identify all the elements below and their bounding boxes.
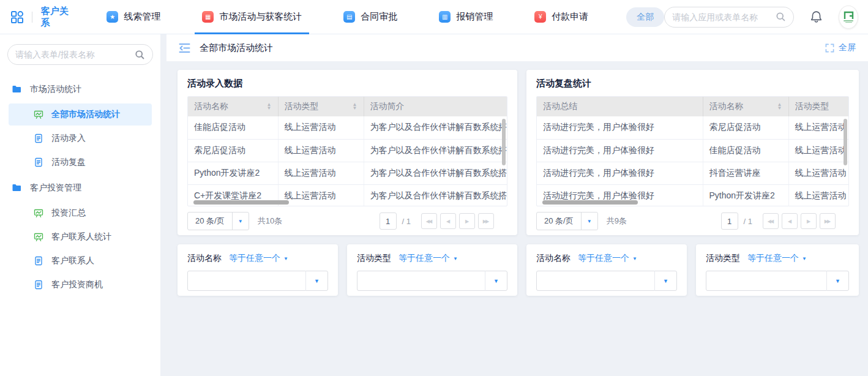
prev-page-icon: ◀: [788, 219, 791, 224]
app-search-input[interactable]: [672, 12, 776, 22]
horizontal-scrollbar[interactable]: [189, 200, 506, 205]
apps-grid-icon[interactable]: [10, 9, 24, 25]
app-tab[interactable]: ▦市场活动与获客统计: [195, 0, 309, 34]
vertical-scrollbar[interactable]: [844, 119, 847, 203]
column-header[interactable]: 活动名称▲▼: [188, 97, 278, 116]
table-row[interactable]: Python开发讲座2线上运营活动为客户以及合作伙伴讲解百数系统搭建: [188, 162, 507, 184]
column-header[interactable]: 活动类型▲▼: [278, 97, 364, 116]
fullscreen-button[interactable]: 全屏: [825, 42, 856, 53]
folder-icon: [12, 183, 21, 193]
sort-icon[interactable]: ▲▼: [353, 103, 357, 110]
table-row[interactable]: 活动进行完美，用户体验很好索尼店促活动线上运营活动: [537, 116, 849, 139]
sidebar-group-header[interactable]: 客户投资管理: [0, 176, 160, 200]
sidebar-item[interactable]: 客户联系人: [9, 250, 152, 272]
prev-page-button[interactable]: ◀: [782, 213, 798, 229]
app-tab[interactable]: ★线索管理: [99, 0, 168, 34]
table-cell: 为客户以及合作伙伴讲解百数系统搭建: [364, 116, 507, 139]
next-page-icon: ▶: [807, 219, 810, 224]
next-page-button[interactable]: ▶: [459, 213, 475, 229]
sidebar-item[interactable]: 活动复盘: [9, 151, 152, 173]
sidebar-item[interactable]: 客户联系人统计: [9, 226, 152, 248]
app-tab[interactable]: ▤合同审批: [336, 0, 405, 34]
table-row[interactable]: 佳能店促活动线上运营活动为客户以及合作伙伴讲解百数系统搭建: [188, 116, 507, 139]
sidebar-item[interactable]: 全部市场活动统计: [9, 103, 152, 126]
column-header-label: 活动类型: [795, 101, 829, 112]
next-page-button[interactable]: ▶: [801, 213, 817, 229]
column-header-label: 活动名称: [194, 101, 228, 112]
notification-bell-icon[interactable]: [810, 10, 823, 23]
page-size-select[interactable]: 20 条/页▼: [187, 212, 249, 230]
page-size-select[interactable]: 20 条/页▼: [536, 212, 598, 230]
filter-field-label: 活动名称: [187, 253, 222, 264]
filter-operator-button[interactable]: 等于任意一个▼: [747, 253, 807, 264]
filter-operator-button[interactable]: 等于任意一个▼: [578, 253, 637, 264]
chevron-down-icon: ▼: [826, 271, 848, 291]
first-page-button[interactable]: ◀◀: [421, 213, 437, 229]
filter-value-select[interactable]: ▼: [536, 271, 677, 291]
form-search-input[interactable]: [15, 50, 135, 59]
first-page-button[interactable]: ◀◀: [763, 213, 779, 229]
app-tab-icon: ¥: [534, 11, 546, 23]
table-cell: 线上运营活动: [788, 139, 849, 162]
column-header[interactable]: 活动类型: [788, 97, 849, 116]
table-row[interactable]: 活动进行完美，用户体验很好抖音运营讲座线上运营活动: [537, 162, 849, 184]
column-header[interactable]: 活动简介: [364, 97, 507, 116]
sidebar-item[interactable]: 投资汇总: [9, 202, 152, 224]
scrollbar-thumb[interactable]: [193, 200, 289, 205]
app-tab[interactable]: ¥付款申请: [527, 0, 596, 34]
table-cell: 线上运营活动: [788, 116, 849, 139]
page-size-value: 20 条/页: [537, 216, 581, 227]
table-cell: 佳能店促活动: [188, 116, 278, 139]
sort-icon[interactable]: ▲▼: [777, 103, 782, 110]
page-number-input[interactable]: [380, 212, 397, 230]
collapse-sidebar-icon[interactable]: [179, 43, 190, 53]
column-header[interactable]: 活动名称▲▼: [703, 97, 788, 116]
workspace-title[interactable]: 客户关系: [41, 6, 71, 29]
all-apps-button[interactable]: 全部: [626, 7, 664, 27]
filter-operator-button[interactable]: 等于任意一个▼: [229, 253, 288, 264]
scrollbar-thumb[interactable]: [542, 200, 638, 205]
table-row[interactable]: 活动进行完美，用户体验很好佳能店促活动线上运营活动: [537, 139, 849, 162]
vertical-scrollbar[interactable]: [502, 119, 506, 203]
app-tab-icon: ★: [107, 11, 118, 23]
chevron-down-icon: ▼: [654, 271, 676, 291]
column-header-label: 活动总结: [543, 101, 577, 112]
sidebar-item-label: 投资汇总: [51, 208, 86, 219]
page-number-input[interactable]: [721, 212, 738, 230]
chevron-down-icon: ▼: [305, 271, 327, 291]
search-icon[interactable]: [135, 50, 145, 60]
chevron-down-icon: ▼: [581, 212, 597, 230]
search-icon[interactable]: [776, 12, 786, 22]
data-table: 活动名称▲▼活动类型▲▼活动简介佳能店促活动线上运营活动为客户以及合作伙伴讲解百…: [187, 96, 507, 206]
filter-operator-button[interactable]: 等于任意一个▼: [398, 253, 458, 264]
table-cell: 活动进行完美，用户体验很好: [537, 139, 703, 162]
sort-icon[interactable]: ▲▼: [267, 103, 272, 110]
pagination: 20 条/页▼共10条/ 1◀◀◀▶▶▶: [187, 212, 507, 230]
sidebar-item[interactable]: 活动录入: [9, 127, 152, 149]
table-row[interactable]: 索尼店促活动线上运营活动为客户以及合作伙伴讲解百数系统搭建: [188, 139, 507, 162]
scrollbar-thumb[interactable]: [502, 119, 506, 165]
last-page-button[interactable]: ▶▶: [820, 213, 836, 229]
sidebar-group-header[interactable]: 市场活动统计: [0, 77, 160, 102]
sidebar-item[interactable]: 客户投资商机: [9, 274, 152, 296]
total-count: 共10条: [258, 216, 282, 227]
last-page-button[interactable]: ▶▶: [478, 213, 494, 229]
filter-operator-label: 等于任意一个: [229, 253, 280, 264]
filter-value-select[interactable]: ▼: [706, 271, 849, 291]
filter-value-select[interactable]: ▼: [187, 271, 328, 291]
column-header[interactable]: 活动总结: [537, 97, 703, 116]
app-tab[interactable]: ▥报销管理: [432, 0, 500, 34]
filter-value-select[interactable]: ▼: [357, 271, 507, 291]
user-avatar[interactable]: [839, 6, 858, 29]
table-cell: 索尼店促活动: [188, 139, 278, 162]
column-header-label: 活动简介: [370, 101, 405, 112]
scrollbar-thumb[interactable]: [844, 119, 847, 165]
chevron-down-icon: ▼: [283, 256, 288, 261]
prev-page-button[interactable]: ◀: [440, 213, 456, 229]
sidebar-item-label: 客户投资商机: [51, 279, 103, 290]
document-icon: [34, 157, 43, 167]
page-count: / 1: [744, 217, 752, 226]
filter-cards: 活动名称等于任意一个▼▼活动类型等于任意一个▼▼活动名称等于任意一个▼▼活动类型…: [178, 244, 859, 296]
horizontal-scrollbar[interactable]: [538, 200, 847, 205]
document-icon: [34, 133, 43, 143]
